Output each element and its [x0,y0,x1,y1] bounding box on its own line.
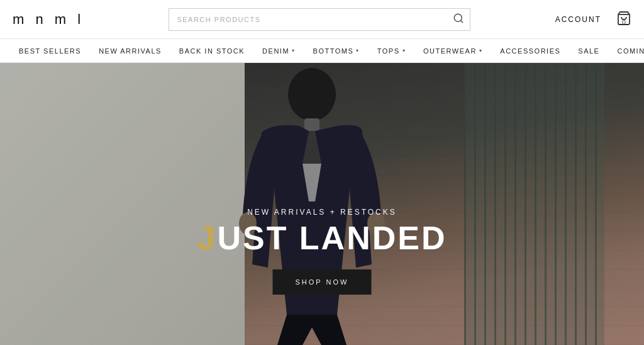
nav-item-denim[interactable]: DENIM ▾ [253,39,304,63]
search-icon[interactable] [453,13,464,26]
top-bar: m n m l ACCOUNT 0 [0,0,644,39]
account-link[interactable]: ACCOUNT [555,15,601,24]
cart-count-badge: 0 [622,18,626,25]
hero-title: JUST LANDED [197,222,447,254]
main-navigation: BEST SELLERS NEW ARRIVALS BACK IN STOCK … [0,39,644,63]
nav-item-tops[interactable]: TOPS ▾ [369,39,414,63]
svg-rect-4 [304,118,319,131]
hero-subtitle: NEW ARRIVALS + RESTOCKS [197,208,447,217]
nav-item-sale[interactable]: SALE [569,39,608,63]
nav-item-new-arrivals[interactable]: NEW ARRIVALS [90,39,170,63]
chevron-down-icon: ▾ [292,48,296,54]
hero-content: NEW ARRIVALS + RESTOCKS JUST LANDED SHOP… [197,208,447,295]
cart-icon-button[interactable]: 0 [616,11,631,28]
top-right-actions: ACCOUNT 0 [555,11,631,28]
nav-item-bottoms[interactable]: BOTTOMS ▾ [304,39,369,63]
chevron-down-icon: ▾ [402,48,406,54]
hero-section: NEW ARRIVALS + RESTOCKS JUST LANDED SHOP… [0,63,644,345]
svg-point-3 [288,68,336,121]
hero-cta-button[interactable]: SHOP NOW [273,269,372,295]
hero-person-figure [211,63,413,345]
nav-item-best-sellers[interactable]: BEST SELLERS [10,39,90,63]
nav-item-accessories[interactable]: ACCESSORIES [491,39,569,63]
svg-line-1 [461,20,463,22]
chevron-down-icon: ▾ [356,48,360,54]
site-logo[interactable]: m n m l [13,11,84,28]
chevron-down-icon: ▾ [479,48,483,54]
nav-item-coming-soon[interactable]: COMING SOON [608,39,644,63]
search-input[interactable] [169,8,470,31]
nav-item-back-in-stock[interactable]: BACK IN STOCK [170,39,253,63]
search-wrapper [169,8,470,31]
nav-item-outerwear[interactable]: OUTERWEAR ▾ [414,39,491,63]
